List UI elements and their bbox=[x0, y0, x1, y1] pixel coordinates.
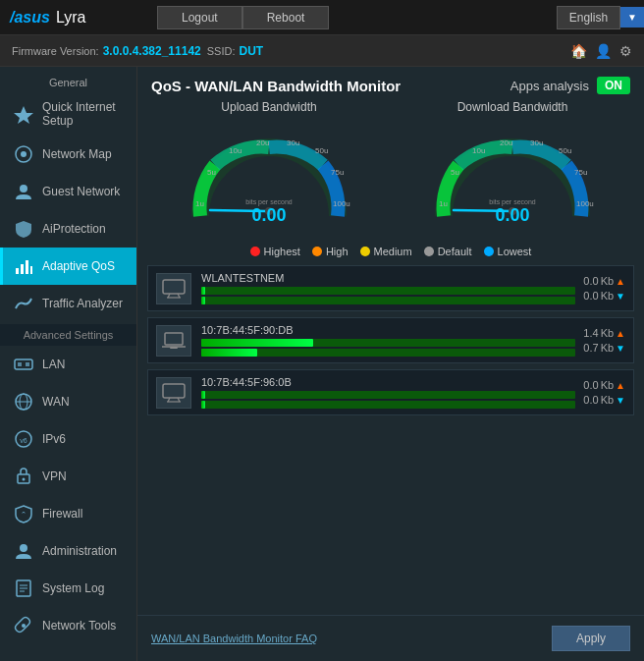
speed-up-unit-1: Kb bbox=[601, 327, 614, 339]
apps-analysis-button[interactable]: ON bbox=[597, 77, 630, 94]
reboot-button[interactable]: Reboot bbox=[242, 6, 330, 29]
device-upload-fill-2 bbox=[201, 391, 205, 399]
download-label: Download Bandwidth bbox=[457, 100, 568, 114]
table-row: 10:7B:44:5F:96:0B 0.0 Kb ▲ bbox=[147, 369, 634, 415]
svg-text:20u: 20u bbox=[256, 138, 269, 147]
device-name-1: 10:7B:44:5F:90:DB bbox=[201, 324, 575, 336]
svg-text:5u: 5u bbox=[207, 168, 216, 177]
sidebar-item-network-tools[interactable]: Network Tools bbox=[0, 607, 136, 644]
vpn-icon bbox=[13, 466, 34, 487]
legend-lowest-dot bbox=[484, 247, 494, 256]
arrow-up-icon-1: ▲ bbox=[616, 328, 625, 339]
device-info-0: WLANTESTNEM bbox=[201, 272, 575, 304]
content-area: QoS - WAN/LAN Bandwidth Monitor Apps ana… bbox=[137, 67, 644, 661]
sidebar-item-quick-internet[interactable]: Quick Internet Setup bbox=[0, 92, 136, 136]
language-dropdown-arrow[interactable]: ▼ bbox=[620, 7, 644, 28]
legend-default-dot bbox=[424, 247, 434, 256]
sidebar-item-label: Quick Internet Setup bbox=[42, 100, 127, 128]
speed-up-value-1: 1.4 bbox=[583, 327, 598, 339]
speed-down-value-1: 0.7 bbox=[583, 342, 598, 354]
logout-button[interactable]: Logout bbox=[157, 6, 242, 29]
firmware-icons: 🏠 👤 ⚙ bbox=[570, 43, 632, 59]
svg-text:100u: 100u bbox=[333, 199, 350, 208]
speed-down-value-0: 0.0 bbox=[583, 290, 598, 302]
legend-highest-label: Highest bbox=[264, 246, 300, 257]
sidebar-item-lan[interactable]: LAN bbox=[0, 346, 136, 383]
sidebar-item-administration[interactable]: Administration bbox=[0, 532, 136, 570]
sidebar-item-label: IPv6 bbox=[42, 432, 66, 446]
device-icon-0 bbox=[156, 273, 191, 304]
app-header: /asus Lyra Logout Reboot English ▼ bbox=[0, 0, 644, 35]
speed-down-unit-0: Kb bbox=[601, 290, 614, 302]
svg-rect-8 bbox=[15, 359, 32, 369]
sidebar-item-firewall[interactable]: Firewall bbox=[0, 495, 136, 532]
language-selector[interactable]: English ▼ bbox=[557, 6, 644, 29]
speed-down-value-2: 0.0 bbox=[583, 394, 598, 406]
firmware-ssid-label: SSID: bbox=[207, 45, 236, 57]
upload-gauge-wrap: 1u 5u 10u 20u 30u 50u 75u 100u bits per … bbox=[186, 118, 352, 236]
apply-button[interactable]: Apply bbox=[552, 626, 630, 651]
sidebar-item-traffic-analyzer[interactable]: Traffic Analyzer bbox=[0, 285, 136, 322]
svg-rect-52 bbox=[170, 347, 178, 349]
legend-lowest-label: Lowest bbox=[498, 246, 532, 257]
sidebar-item-ipv6[interactable]: v6 IPv6 bbox=[0, 420, 136, 458]
device-upload-bar-1 bbox=[201, 339, 575, 347]
sidebar-item-label: WAN bbox=[42, 395, 70, 409]
device-bars-1 bbox=[201, 339, 575, 357]
device-icon-2 bbox=[156, 377, 191, 409]
logo-asus: /asus bbox=[10, 9, 50, 27]
firmware-bar: Firmware Version: 3.0.0.4.382_11142 SSID… bbox=[0, 35, 644, 67]
content-footer: WAN/LAN Bandwidth Monitor FAQ Apply bbox=[137, 615, 644, 661]
speed-up-row-1: 1.4 Kb ▲ bbox=[583, 327, 625, 339]
device-speeds-1: 1.4 Kb ▲ 0.7 Kb ▼ bbox=[583, 327, 625, 354]
legend-high-dot bbox=[312, 247, 322, 256]
svg-text:30u: 30u bbox=[530, 138, 543, 147]
device-info-2: 10:7B:44:5F:96:0B bbox=[201, 376, 575, 409]
guest-network-icon bbox=[13, 181, 34, 202]
ipv6-icon: v6 bbox=[13, 428, 34, 450]
monitor-icon bbox=[162, 279, 186, 299]
sidebar-general-label: General bbox=[0, 73, 136, 92]
sidebar-item-vpn[interactable]: VPN bbox=[0, 458, 136, 495]
arrow-down-icon-0: ▼ bbox=[616, 291, 625, 302]
apps-analysis-label: Apps analysis bbox=[510, 79, 589, 93]
svg-text:30u: 30u bbox=[287, 138, 299, 147]
sidebar-item-adaptive-qos[interactable]: Adaptive QoS bbox=[0, 248, 136, 285]
traffic-analyzer-icon bbox=[13, 293, 34, 314]
gauges-row: Upload Bandwidth 1u 5u 10u 2 bbox=[137, 100, 644, 242]
legend-medium: Medium bbox=[360, 246, 412, 257]
firmware-label: Firmware Version: bbox=[12, 45, 99, 57]
faq-link[interactable]: WAN/LAN Bandwidth Monitor FAQ bbox=[151, 633, 317, 644]
upload-gauge: Upload Bandwidth 1u 5u 10u 2 bbox=[186, 100, 352, 236]
sidebar-item-label: LAN bbox=[42, 358, 65, 371]
svg-text:20u: 20u bbox=[500, 138, 512, 147]
sidebar-item-aiprotection[interactable]: AiProtection bbox=[0, 210, 136, 248]
language-label: English bbox=[557, 6, 620, 29]
sidebar-item-wan[interactable]: WAN bbox=[0, 383, 136, 420]
sidebar-item-label: Network Map bbox=[42, 147, 112, 161]
user-icon: 👤 bbox=[595, 43, 612, 59]
arrow-up-icon-0: ▲ bbox=[616, 276, 625, 287]
sidebar: General Quick Internet Setup Network Map… bbox=[0, 67, 137, 661]
device-upload-fill-0 bbox=[201, 287, 205, 295]
sidebar-item-label: Adaptive QoS bbox=[42, 259, 115, 273]
arrow-down-icon-1: ▼ bbox=[616, 343, 625, 354]
device-list: WLANTESTNEM 0.0 Kb ▲ bbox=[137, 265, 644, 615]
network-tools-icon bbox=[13, 615, 34, 636]
legend-medium-label: Medium bbox=[374, 246, 412, 257]
legend-default-label: Default bbox=[438, 246, 472, 257]
sidebar-item-guest-network[interactable]: Guest Network bbox=[0, 173, 136, 210]
device-download-bar-2 bbox=[201, 401, 575, 409]
firmware-version: 3.0.0.4.382_11142 bbox=[103, 44, 201, 58]
speed-down-row-2: 0.0 Kb ▼ bbox=[583, 394, 625, 406]
device-upload-fill-1 bbox=[201, 339, 313, 347]
quick-internet-icon bbox=[13, 103, 34, 125]
svg-text:75u: 75u bbox=[331, 168, 344, 177]
device-bars-0 bbox=[201, 287, 575, 304]
sidebar-item-network-map[interactable]: Network Map bbox=[0, 136, 136, 173]
svg-text:1u: 1u bbox=[195, 199, 204, 208]
device-download-fill-2 bbox=[201, 401, 205, 409]
speed-down-row-0: 0.0 Kb ▼ bbox=[583, 290, 625, 302]
sidebar-item-system-log[interactable]: System Log bbox=[0, 570, 136, 607]
sidebar-advanced-label: Advanced Settings bbox=[0, 324, 136, 346]
